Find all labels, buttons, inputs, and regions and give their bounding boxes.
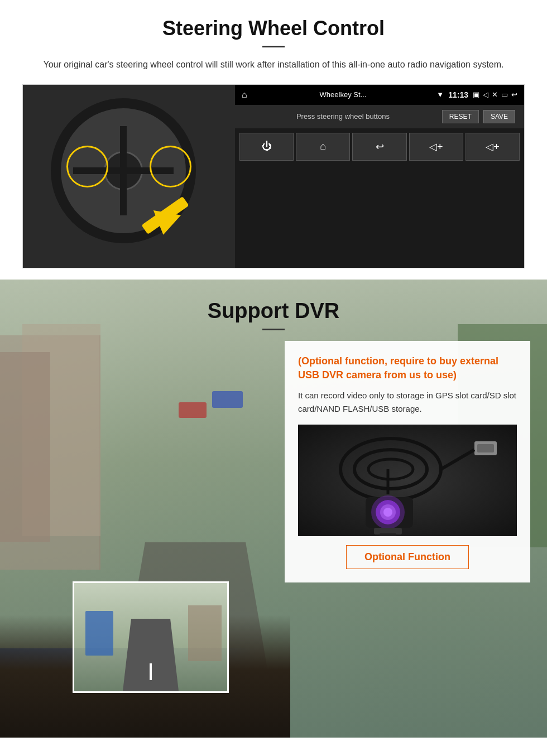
- svg-point-2: [368, 459, 413, 479]
- status-icons: ▣ ◁ ✕ ▭ ↩: [473, 90, 517, 99]
- yellow-circle-left: [66, 146, 108, 187]
- inset-scene: [74, 583, 227, 691]
- building-3: [0, 352, 50, 542]
- status-time: 11:13: [448, 90, 468, 99]
- yellow-circle-right: [150, 146, 191, 187]
- dvr-title-divider: [262, 329, 285, 330]
- screen-icon: ▭: [501, 90, 508, 99]
- home-button[interactable]: ⌂: [296, 133, 350, 161]
- volume-icon: ◁: [483, 90, 488, 99]
- title-divider: [262, 46, 285, 47]
- steering-description: Your original car's steering wheel contr…: [22, 57, 525, 72]
- steering-content-area: ⌂ Wheelkey St... ▼ 11:13 ▣ ◁ ✕ ▭ ↩ Press…: [22, 84, 525, 268]
- spoke-vertical: [120, 126, 127, 215]
- inset-building: [188, 605, 222, 661]
- save-button[interactable]: SAVE: [483, 110, 515, 123]
- inset-car: [85, 611, 113, 656]
- dvr-inset-screenshot: [73, 581, 229, 693]
- camera-svg: [298, 425, 517, 536]
- reset-button[interactable]: RESET: [442, 110, 479, 123]
- close-icon: ✕: [492, 90, 498, 99]
- dvr-info-card: (Optional function, require to buy exter…: [285, 341, 530, 582]
- steering-section: Steering Wheel Control Your original car…: [0, 0, 547, 280]
- power-button[interactable]: ⏻: [239, 133, 294, 161]
- dvr-card-text: It can record video only to storage in G…: [298, 389, 517, 416]
- wheel-control-buttons: ⏻ ⌂ ↩ ◁+ ◁+: [235, 128, 524, 165]
- steering-wheel-graphic: [51, 98, 207, 254]
- car-1: [179, 402, 207, 418]
- wifi-icon: ▼: [436, 90, 444, 99]
- inset-road: [123, 619, 179, 691]
- android-toolbar: Press steering wheel buttons RESET SAVE: [235, 105, 524, 128]
- svg-line-5: [441, 450, 474, 469]
- app-title: Wheelkey St...: [254, 90, 433, 99]
- dvr-title-area: Support DVR: [0, 280, 547, 336]
- android-statusbar: ⌂ Wheelkey St... ▼ 11:13 ▣ ◁ ✕ ▭ ↩: [235, 85, 524, 105]
- dvr-camera-illustration: [298, 425, 517, 536]
- dvr-title: Support DVR: [0, 299, 547, 323]
- svg-point-1: [354, 450, 427, 489]
- optional-function-button[interactable]: Optional Function: [346, 545, 469, 569]
- android-ui-panel: ⌂ Wheelkey St... ▼ 11:13 ▣ ◁ ✕ ▭ ↩ Press…: [235, 85, 524, 268]
- svg-rect-12: [380, 533, 396, 536]
- dvr-card-title: (Optional function, require to buy exter…: [298, 354, 517, 382]
- steering-wheel-photo: [23, 85, 235, 268]
- camera-icon: ▣: [473, 90, 479, 99]
- svg-point-9: [383, 508, 392, 517]
- toolbar-label: Press steering wheel buttons: [244, 112, 442, 121]
- svg-rect-4: [477, 444, 494, 452]
- home-icon: ⌂: [242, 90, 247, 100]
- yellow-arrow: [146, 204, 196, 238]
- dvr-section: Support DVR (Optional function, require …: [0, 280, 547, 738]
- steering-title: Steering Wheel Control: [22, 17, 525, 40]
- back-button[interactable]: ↩: [352, 133, 406, 161]
- inset-road-line: [150, 663, 152, 680]
- car-2: [212, 391, 243, 408]
- back-icon: ↩: [511, 90, 517, 99]
- vol-up-button-1[interactable]: ◁+: [409, 133, 463, 161]
- vol-up-button-2[interactable]: ◁+: [466, 133, 520, 161]
